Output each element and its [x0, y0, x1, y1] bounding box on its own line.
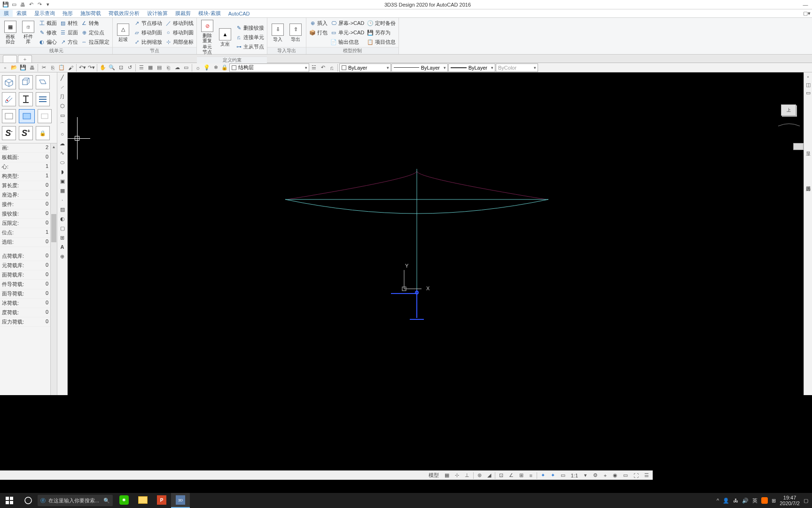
- tray-people-icon[interactable]: 👤: [723, 498, 729, 504]
- clean-screen-icon[interactable]: ⛶: [632, 472, 640, 479]
- anno-scale[interactable]: 1:1: [569, 472, 580, 479]
- layer-lock-icon[interactable]: 🔒: [220, 64, 229, 72]
- lwt-icon[interactable]: ≡: [527, 472, 535, 479]
- layer-bulb-icon[interactable]: 💡: [203, 64, 211, 72]
- property-row[interactable]: 位点:1: [0, 228, 57, 238]
- property-row[interactable]: 面导荷载:0: [0, 289, 57, 299]
- app-3d3s[interactable]: 3D: [171, 493, 190, 508]
- tab-sheji[interactable]: 设计验算: [143, 10, 172, 17]
- cut-icon[interactable]: ✂: [39, 64, 48, 72]
- tab-mo[interactable]: 膜: [0, 10, 13, 17]
- viewcube-face[interactable]: 上: [781, 104, 796, 116]
- pan-icon[interactable]: ✋: [99, 64, 107, 72]
- property-row[interactable]: 板截面:0: [0, 153, 57, 162]
- layers-tool[interactable]: [36, 92, 50, 106]
- redo-tb-icon[interactable]: ↷▾: [87, 64, 95, 72]
- app-explorer[interactable]: [133, 493, 152, 508]
- zoom-prev-icon[interactable]: ↺: [125, 64, 134, 72]
- print-icon[interactable]: 🖶: [19, 1, 26, 8]
- tension-button[interactable]: ↔拉压限定: [80, 38, 110, 46]
- plot-icon[interactable]: 🖶: [28, 64, 36, 72]
- polygon-tool-icon[interactable]: ⬡: [58, 102, 67, 110]
- property-row[interactable]: 心:1: [0, 162, 57, 172]
- customize-status-icon[interactable]: ☰: [642, 472, 651, 479]
- iso-toggle-icon[interactable]: ◢: [485, 472, 493, 479]
- rect-sel-tool[interactable]: [19, 109, 35, 123]
- line-tool-icon[interactable]: ╱: [58, 73, 67, 82]
- tool-palette-icon[interactable]: ▤: [155, 64, 164, 72]
- nav-status-tag[interactable]: [793, 143, 804, 150]
- scale-button[interactable]: ⤢比例缩放: [133, 38, 163, 46]
- move-circle-button[interactable]: ○移动到圆: [164, 28, 195, 37]
- tab-tuoxing[interactable]: 拖形: [59, 10, 77, 17]
- insert-button[interactable]: ⊕插入: [308, 19, 328, 27]
- transparency-icon[interactable]: ✦: [539, 472, 547, 479]
- copy-icon[interactable]: ⎘: [48, 64, 57, 72]
- make-block-icon[interactable]: ▦: [58, 186, 67, 195]
- check-tool[interactable]: [2, 92, 16, 106]
- property-row[interactable]: 画:2: [0, 143, 57, 153]
- solid-box-tool[interactable]: [2, 75, 16, 89]
- scroll-thumb[interactable]: [51, 214, 56, 242]
- lineweight-combo[interactable]: ByLayer: [448, 64, 495, 72]
- spline-tool-icon[interactable]: ∿: [58, 149, 67, 157]
- property-row[interactable]: 应力荷载:0: [0, 318, 57, 327]
- output-info-button[interactable]: 📄输出信息: [329, 38, 365, 46]
- markup-icon[interactable]: ☁: [173, 64, 181, 72]
- layer-state-icon[interactable]: ☱: [310, 64, 318, 72]
- zoom-icon[interactable]: 🔍: [108, 64, 116, 72]
- dyn-ucs-icon[interactable]: ▭: [559, 472, 567, 479]
- props-icon[interactable]: ☰: [137, 64, 146, 72]
- tray-volume-icon[interactable]: 🔊: [742, 498, 749, 504]
- mtext-tool-icon[interactable]: A: [58, 243, 67, 251]
- connect-elem-button[interactable]: ⎌连接单元: [234, 33, 265, 41]
- huaban-nihe-button[interactable]: ▦ 画板 拟合: [2, 20, 19, 45]
- layer-filter-icon[interactable]: ☼: [194, 64, 202, 72]
- mod-1-icon[interactable]: ▫: [805, 73, 812, 80]
- section-button[interactable]: 工截面: [38, 19, 58, 27]
- open-icon[interactable]: ▭: [10, 1, 18, 8]
- app-wechat[interactable]: ✱: [115, 493, 133, 508]
- snap-toggle-icon[interactable]: ⊹: [453, 472, 461, 479]
- material-button[interactable]: ▨材性: [59, 19, 79, 27]
- undo-tb-icon[interactable]: ↶▾: [78, 64, 86, 72]
- xline-tool-icon[interactable]: ⟋: [58, 83, 67, 91]
- grid-toggle-icon[interactable]: ▦: [443, 472, 451, 479]
- rectangle-tool-icon[interactable]: ▭: [58, 111, 67, 119]
- layer-match-icon[interactable]: ⎌: [328, 64, 336, 72]
- saveas-button[interactable]: 💾另存为: [366, 28, 397, 37]
- property-row[interactable]: 座边界:0: [0, 190, 57, 200]
- drawing-canvas[interactable]: X Y 上 选择对象: 指定对角点: 找到 1 个 选择对象:: [68, 72, 804, 441]
- revcloud-tool-icon[interactable]: ☁: [58, 139, 67, 148]
- move-line-button[interactable]: ／移动到线: [164, 19, 195, 27]
- screen-cad-button[interactable]: 🖵屏幕->CAD: [329, 19, 365, 27]
- property-row[interactable]: 构类型:1: [0, 172, 57, 181]
- calc-icon[interactable]: ▭: [182, 64, 190, 72]
- ibeam-tool[interactable]: [19, 92, 33, 106]
- modify-button[interactable]: ✎修改: [38, 28, 58, 37]
- mod-3-icon[interactable]: ▭: [805, 89, 812, 96]
- otrack-icon[interactable]: ⊞: [517, 472, 525, 479]
- taskbar-search[interactable]: ⓔ 在这里输入你要搜索... 🔍: [38, 495, 113, 506]
- qat-dropdown-icon[interactable]: ▾: [44, 1, 52, 8]
- start-button[interactable]: [0, 493, 19, 508]
- plotstyle-combo[interactable]: ByColor: [496, 64, 538, 72]
- move-face-button[interactable]: ▱移动到面: [133, 28, 163, 37]
- del-hinge-button[interactable]: ✎删接铰接: [234, 24, 265, 32]
- view-cube[interactable]: 上: [777, 101, 801, 124]
- offset-button[interactable]: ◐偏心: [38, 38, 58, 46]
- tray-sogou-icon[interactable]: [761, 497, 768, 504]
- app-powerpoint[interactable]: P: [152, 493, 171, 508]
- isolate-icon[interactable]: ▭: [621, 472, 630, 479]
- notification-center-icon[interactable]: ▢: [804, 498, 808, 504]
- match-icon[interactable]: 🖌: [66, 64, 75, 72]
- doc-tab-new[interactable]: +: [18, 55, 32, 63]
- tab-caijian[interactable]: 膜裁剪: [172, 10, 195, 17]
- ellipse-tool-icon[interactable]: ⬭: [58, 158, 67, 167]
- tab-suomo[interactable]: 索膜: [13, 10, 31, 17]
- property-row[interactable]: 点荷载库:0: [0, 252, 57, 261]
- tab-hezai[interactable]: 荷载效应分析: [105, 10, 143, 17]
- master-slave-button[interactable]: ⊶主从节点: [234, 42, 265, 51]
- workspace-icon[interactable]: ⚙: [591, 472, 600, 479]
- s-minus-tool[interactable]: S-: [2, 126, 16, 140]
